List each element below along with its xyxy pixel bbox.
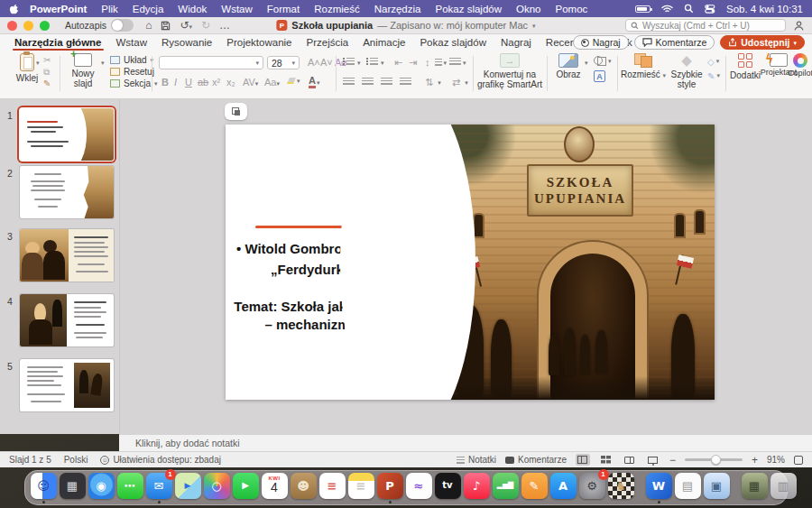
reading-view-button[interactable]: [623, 454, 637, 466]
highlight-color-button[interactable]: ▾: [287, 78, 300, 84]
font-name-combo[interactable]: ▾: [159, 56, 263, 69]
dock-icon-downloads-folder[interactable]: ▦: [741, 473, 768, 503]
align-text-button[interactable]: ⇄▾: [449, 78, 468, 88]
home-icon[interactable]: ⌂: [141, 17, 156, 34]
italic-button[interactable]: I: [171, 78, 180, 88]
presenter-view-button[interactable]: [646, 454, 660, 466]
autosave-toggle[interactable]: [111, 19, 134, 32]
fit-slide-to-window-button[interactable]: [794, 456, 803, 465]
numbering-button[interactable]: ▾: [366, 58, 384, 67]
increase-indent-button[interactable]: ⇥: [406, 58, 420, 68]
ribbon-tab[interactable]: Rysowanie: [154, 34, 219, 51]
language-selector[interactable]: Polski: [64, 455, 88, 465]
spotlight-search-icon[interactable]: [684, 4, 694, 14]
wifi-icon[interactable]: [661, 5, 673, 14]
shape-outline-button[interactable]: ✎▾: [707, 72, 720, 81]
dock-icon-mail[interactable]: ✉ 1: [145, 473, 172, 503]
more-commands-button[interactable]: …: [215, 17, 235, 34]
menu-item-narzedzia[interactable]: Narzędzia: [367, 4, 429, 14]
dock-icon-document-app[interactable]: ▤: [674, 473, 701, 503]
dock-icon-app-store[interactable]: A: [549, 473, 577, 503]
cut-icon[interactable]: ✂: [43, 56, 51, 65]
accessibility-check[interactable]: ☺ Ułatwienia dostępu: zbadaj: [100, 455, 221, 465]
save-icon[interactable]: [156, 21, 175, 31]
dock-icon-calendar[interactable]: KWI 4: [261, 473, 288, 503]
battery-icon[interactable]: [635, 5, 651, 13]
ribbon-tab[interactable]: Animacje: [355, 34, 412, 51]
control-center-icon[interactable]: [705, 5, 715, 14]
slide-thumbnail-2[interactable]: [20, 166, 114, 218]
minimize-window-button[interactable]: [23, 21, 33, 31]
new-slide-button[interactable]: Nowy slajd: [63, 53, 103, 88]
dock-icon-music[interactable]: ♪: [463, 473, 490, 503]
dock-icon-trash[interactable]: ▥: [770, 473, 797, 503]
dock-icon-photos[interactable]: ○: [203, 473, 230, 503]
notes-pane[interactable]: Kliknij, aby dodać notatki: [119, 434, 812, 451]
slide-illustration[interactable]: SZKOŁA UPUPIANIA: [444, 125, 715, 400]
notes-toggle[interactable]: Notatki: [457, 455, 496, 465]
ribbon-tab[interactable]: Nagraj: [494, 34, 539, 51]
dock-icon-facetime[interactable]: ▶: [232, 473, 259, 503]
canvas-quick-action-button[interactable]: [225, 103, 247, 120]
zoom-in-button[interactable]: +: [752, 454, 758, 466]
dock-icon-maps[interactable]: ▶: [174, 473, 201, 503]
character-spacing-button[interactable]: AV▾: [240, 78, 261, 88]
redo-button[interactable]: ↻: [197, 17, 215, 34]
bold-button[interactable]: B: [159, 78, 171, 88]
normal-view-button[interactable]: [576, 454, 590, 466]
ribbon-tab[interactable]: Projektowanie: [219, 34, 299, 51]
picture-button[interactable]: Obraz: [550, 53, 586, 79]
dock-icon-freeform[interactable]: ≈: [405, 473, 432, 503]
copilot-button[interactable]: Copilot: [789, 53, 812, 79]
slide-thumbnail-1[interactable]: [20, 108, 114, 161]
menu-item-okno[interactable]: Okno: [509, 4, 549, 14]
text-direction-button[interactable]: ⇅▾: [422, 78, 441, 88]
shape-fill-button[interactable]: ◇▾: [707, 58, 719, 67]
ribbon-tab[interactable]: Przejścia: [299, 34, 355, 51]
shapes-button[interactable]: ▾: [594, 56, 612, 66]
columns-button[interactable]: ▾: [449, 58, 466, 67]
decrease-indent-button[interactable]: ⇤: [392, 58, 405, 68]
section-button[interactable]: Sekcja▾: [110, 79, 158, 88]
font-color-button[interactable]: A ▾: [309, 76, 319, 88]
subscript-button[interactable]: x₂: [224, 78, 238, 88]
line-spacing-button[interactable]: ↕▾: [422, 58, 447, 68]
menu-item-widok[interactable]: Widok: [171, 4, 214, 14]
account-profile-icon[interactable]: [793, 20, 805, 32]
menu-item-pomoc[interactable]: Pomoc: [548, 4, 595, 14]
reset-button[interactable]: Resetuj: [110, 67, 154, 77]
menu-item-format[interactable]: Format: [260, 4, 307, 14]
addins-button[interactable]: Dodatki: [727, 53, 763, 80]
comments-button[interactable]: Komentarze: [634, 35, 715, 50]
close-window-button[interactable]: [7, 21, 17, 31]
align-left-button[interactable]: [343, 78, 355, 87]
menu-item-rozmiesc[interactable]: Rozmieść: [307, 4, 366, 14]
dock-icon-word[interactable]: W: [645, 473, 672, 503]
dock-icon-media-viewer[interactable]: ▣: [703, 473, 730, 503]
bullets-button[interactable]: ▾: [343, 58, 361, 67]
dock-icon-messages[interactable]: ⋯: [116, 473, 143, 503]
dock-icon-pages[interactable]: ✎: [521, 473, 548, 503]
menu-item-plik[interactable]: Plik: [94, 4, 125, 14]
menu-item-pokaz-slajdow[interactable]: Pokaz slajdów: [428, 4, 509, 14]
dock-icon-contacts[interactable]: ☻: [290, 473, 317, 503]
slide-canvas[interactable]: • Witold Gombrowicz „Ferdydurke” Temat: …: [226, 125, 715, 400]
slide-thumbnail-5[interactable]: [20, 359, 114, 411]
dock-icon-notes[interactable]: ≡: [347, 473, 374, 503]
copy-icon[interactable]: ⧉: [43, 68, 50, 77]
dock-icon-safari[interactable]: ◉: [88, 473, 115, 503]
menu-item-wstaw[interactable]: Wstaw: [214, 4, 260, 14]
convert-to-smartart-button[interactable]: → Konwertuj na grafikę SmartArt: [476, 53, 543, 89]
undo-button[interactable]: ↺▾: [175, 17, 197, 34]
ribbon-tab[interactable]: Wstaw: [109, 34, 155, 51]
comments-toggle[interactable]: Komentarze: [505, 455, 567, 465]
slide-thumbnail-4[interactable]: [20, 294, 114, 346]
ribbon-tab[interactable]: Pokaz slajdów: [412, 34, 494, 51]
zoom-slider-thumb[interactable]: [711, 455, 721, 465]
menu-bar-clock[interactable]: Sob. 4 kwi 10:31: [726, 4, 803, 14]
dock-icon-chess[interactable]: ♞: [607, 473, 634, 503]
new-slide-dropdown[interactable]: ▾: [101, 60, 105, 66]
record-button[interactable]: Nagraj: [573, 35, 629, 50]
font-size-combo[interactable]: 28▾: [267, 56, 300, 69]
zoom-out-button[interactable]: −: [669, 454, 676, 466]
